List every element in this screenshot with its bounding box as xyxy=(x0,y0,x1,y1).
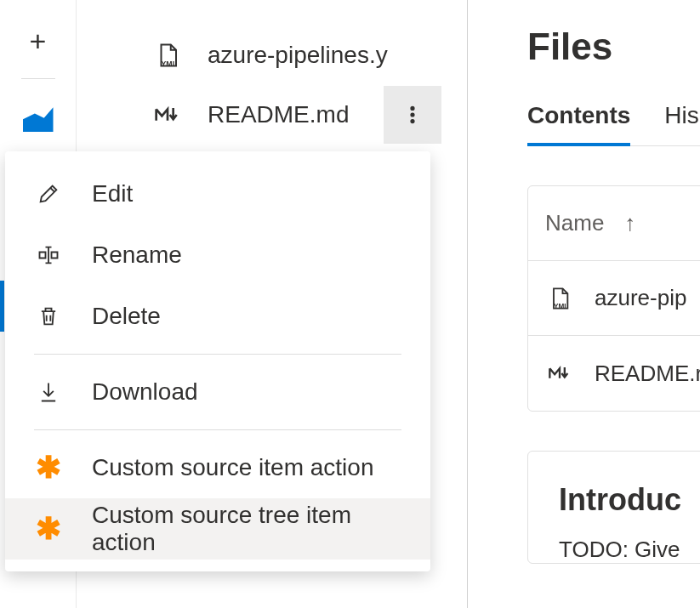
menu-label: Custom source item action xyxy=(92,454,373,481)
table-row[interactable]: YML azure-pip xyxy=(528,261,700,336)
asterisk-icon: ✱ xyxy=(34,453,63,482)
azure-board-icon xyxy=(23,101,54,132)
files-heading: Files xyxy=(527,26,700,68)
rename-icon xyxy=(34,241,63,270)
sort-up-icon: ↑ xyxy=(624,210,635,236)
more-actions-button[interactable] xyxy=(384,86,441,144)
download-icon xyxy=(34,378,63,406)
file-label: azure-pipelines.y xyxy=(208,42,467,69)
tab-contents[interactable]: Contents xyxy=(527,102,630,146)
menu-item-delete[interactable]: Delete xyxy=(5,286,430,347)
markdown-file-icon xyxy=(153,100,182,129)
intro-title: Introduc xyxy=(559,482,683,518)
menu-item-download[interactable]: Download xyxy=(5,361,430,423)
right-panel: Files Contents His Name ↑ YML azure-pip … xyxy=(493,0,700,608)
intro-body: TODO: Give xyxy=(559,537,683,563)
menu-label: Custom source tree item action xyxy=(92,502,401,556)
menu-item-rename[interactable]: Rename xyxy=(5,224,430,286)
menu-label: Delete xyxy=(92,303,161,330)
svg-text:YML: YML xyxy=(162,60,178,68)
tabs: Contents His xyxy=(527,102,700,146)
svg-point-1 xyxy=(411,107,413,110)
file-table: Name ↑ YML azure-pip README.r xyxy=(527,185,700,412)
menu-label: Rename xyxy=(92,241,182,269)
menu-item-custom-tree-source[interactable]: ✱ Custom source tree item action xyxy=(5,498,430,560)
rail-active-indicator xyxy=(0,281,4,332)
menu-label: Download xyxy=(92,378,198,406)
file-label: README.md xyxy=(208,101,358,128)
file-cell: README.r xyxy=(595,361,700,387)
table-row[interactable]: README.r xyxy=(528,336,700,411)
menu-divider xyxy=(34,354,401,355)
menu-label: Edit xyxy=(92,180,133,207)
add-button[interactable]: + xyxy=(18,20,59,61)
asterisk-icon: ✱ xyxy=(34,514,63,543)
file-tree-item[interactable]: YML azure-pipelines.y xyxy=(77,26,467,85)
tab-history[interactable]: His xyxy=(664,102,698,145)
svg-text:YML: YML xyxy=(554,302,568,310)
menu-item-custom-source[interactable]: ✱ Custom source item action xyxy=(5,437,430,498)
column-header-label: Name xyxy=(545,210,604,236)
svg-point-2 xyxy=(411,113,413,116)
file-tree-item[interactable]: README.md xyxy=(77,85,467,145)
menu-divider xyxy=(34,429,401,430)
file-cell: azure-pip xyxy=(595,285,686,311)
context-menu: Edit Rename Delete Download ✱ Custom sou… xyxy=(5,151,430,571)
svg-point-3 xyxy=(411,120,413,122)
table-header-name[interactable]: Name ↑ xyxy=(528,186,700,261)
edit-icon xyxy=(34,179,63,208)
menu-item-edit[interactable]: Edit xyxy=(5,163,430,224)
delete-icon xyxy=(34,302,63,331)
yml-file-icon: YML xyxy=(153,41,182,70)
yml-file-icon: YML xyxy=(545,284,574,313)
boards-rail-icon[interactable] xyxy=(18,96,59,137)
markdown-file-icon xyxy=(545,359,574,388)
rail-divider xyxy=(21,78,55,79)
intro-card: Introduc TODO: Give xyxy=(527,451,700,564)
